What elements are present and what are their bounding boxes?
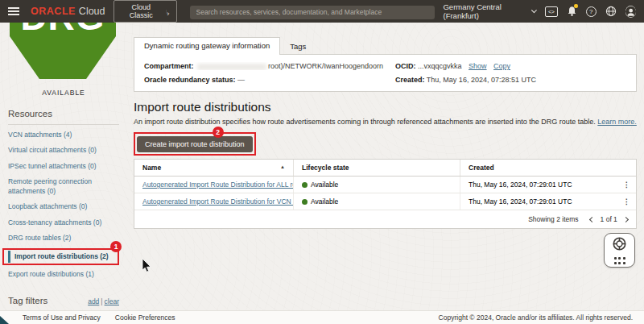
redundancy-field: Oracle redundancy status: — — [144, 76, 386, 84]
tag-filter-actions: add|clear — [88, 297, 119, 305]
column-header-created: Created — [460, 160, 615, 176]
status-available: AVAILABLE — [8, 89, 119, 97]
support-lifering-icon[interactable] — [612, 236, 627, 255]
drg-information-panel: Compartment: root)/NETWORK/IwanHoogendoo… — [134, 54, 637, 92]
copyright-text: Copyright © 2024, Oracle and/or its affi… — [439, 314, 633, 322]
annotation-badge-1: 1 — [110, 241, 122, 252]
page-next-icon[interactable] — [623, 216, 629, 222]
tag-clear-link[interactable]: clear — [105, 297, 119, 305]
lifecycle-state: Available — [311, 181, 338, 189]
notification-badge-dot — [574, 4, 578, 8]
mouse-cursor — [142, 259, 151, 276]
brand-oracle: ORACLE — [31, 6, 76, 17]
developer-tools-icon[interactable]: <> — [545, 6, 558, 17]
hamburger-menu-icon[interactable] — [8, 7, 19, 15]
cloud-classic-button[interactable]: Cloud Classic › — [114, 0, 177, 23]
page-body: DRG AVAILABLE Resources VCN attachments … — [0, 23, 644, 310]
terms-link[interactable]: Terms of Use and Privacy — [23, 314, 101, 322]
sidebar-item-remote-peering-attachments[interactable]: Remote peering connection attachments (0… — [8, 174, 119, 199]
redundancy-dash: — — [237, 76, 245, 84]
table-footer: Showing 2 items 1 of 1 — [134, 210, 636, 228]
cookie-preferences-link[interactable]: Cookie Preferences — [115, 314, 175, 322]
drg-icon-label: DRG — [10, 23, 116, 35]
tag-filters-heading: Tag filters — [8, 296, 47, 305]
search-bar — [190, 3, 436, 19]
ocid-copy-link[interactable]: Copy — [493, 62, 510, 70]
table-header-row: Name ▲ Lifecycle state Created — [134, 160, 636, 177]
compartment-field: Compartment: root)/NETWORK/IwanHoogendoo… — [144, 62, 386, 70]
floating-help-widget — [604, 233, 635, 268]
section-description: An import route distribution specifies h… — [134, 118, 637, 126]
row-actions-kebab-icon[interactable]: ⋮ — [615, 193, 636, 210]
tab-drg-information[interactable]: Dynamic routing gateway information — [134, 37, 280, 55]
sidebar-item-import-route-distributions[interactable]: Import route distributions (2) — [8, 252, 114, 261]
sidebar-item-ipsec-tunnel-attachments[interactable]: IPSec tunnel attachments (0) — [8, 159, 119, 174]
pagination: 1 of 1 — [590, 215, 628, 223]
table-row: Autogenerated Import Route Distribution … — [134, 193, 636, 210]
created-field: Created: Thu, May 16, 2024, 07:28:51 UTC — [395, 76, 626, 84]
ocid-field: OCID: ...vxqqcgvkka Show Copy — [395, 62, 626, 70]
created-timestamp: Thu, May 16, 2024, 07:29:01 UTC — [460, 177, 615, 193]
column-header-name[interactable]: Name ▲ — [134, 160, 293, 176]
resources-heading: Resources — [8, 109, 119, 118]
oracle-cloud-logo: ORACLE Cloud — [31, 6, 105, 17]
tag-filters-header: Tag filters add|clear — [8, 296, 119, 305]
search-input[interactable] — [190, 6, 436, 19]
notifications-bell-icon[interactable] — [567, 6, 577, 17]
top-navigation-bar: ORACLE Cloud Cloud Classic › Germany Cen… — [0, 0, 644, 23]
sidebar-item-drg-route-tables[interactable]: DRG route tables (2) — [8, 231, 119, 246]
ocid-show-link[interactable]: Show — [469, 62, 487, 70]
lifecycle-state: Available — [311, 197, 338, 206]
sidebar-item-export-route-distributions[interactable]: Export route distributions (1) — [8, 267, 119, 282]
apps-grid-icon[interactable] — [614, 257, 625, 264]
status-dot-green — [302, 182, 308, 188]
create-import-route-distribution-button[interactable]: Create import route distribution — [137, 136, 253, 152]
row-actions-kebab-icon[interactable]: ⋮ — [615, 177, 636, 193]
sort-asc-icon: ▲ — [280, 164, 285, 169]
import-route-distributions-table: Name ▲ Lifecycle state Created Autogener… — [134, 159, 637, 229]
drg-hexagon-icon: DRG — [10, 23, 116, 79]
page-previous-icon[interactable] — [589, 216, 595, 222]
sidebar-item-vcn-attachments[interactable]: VCN attachments (4) — [8, 127, 119, 143]
region-selector[interactable]: Germany Central (Frankfurt) — [443, 2, 535, 20]
language-globe-icon[interactable] — [605, 6, 617, 17]
row-link-all-routes[interactable]: Autogenerated Import Route Distribution … — [142, 181, 293, 189]
main-content: Dynamic routing gateway information Tags… — [127, 23, 644, 310]
table-row: Autogenerated Import Route Distribution … — [134, 177, 636, 193]
annotation-badge-2: 2 — [213, 127, 224, 138]
chevron-down-icon — [531, 7, 537, 13]
annotation-box-step2: Create import route distribution 2 — [134, 132, 256, 156]
redacted-compartment-prefix — [197, 64, 266, 70]
help-icon[interactable]: ? — [586, 6, 597, 17]
sidebar-item-cross-tenancy-attachments[interactable]: Cross-tenancy attachments (0) — [8, 215, 119, 231]
tag-add-link[interactable]: add — [88, 297, 99, 305]
chevron-right-icon: › — [166, 10, 170, 14]
resource-sidebar: DRG AVAILABLE Resources VCN attachments … — [0, 23, 127, 310]
divider — [8, 124, 119, 125]
sidebar-item-loopback-attachments[interactable]: Loopback attachments (0) — [8, 199, 119, 214]
sidebar-item-virtual-circuit-attachments[interactable]: Virtual circuit attachments (0) — [8, 143, 119, 158]
page-indicator: 1 of 1 — [601, 215, 617, 223]
status-dot-green — [302, 199, 308, 205]
learn-more-link[interactable]: Learn more. — [597, 118, 637, 126]
column-header-lifecycle-state: Lifecycle state — [293, 160, 460, 176]
items-summary: Showing 2 items — [528, 215, 578, 223]
page-title: Import route distributions — [134, 100, 637, 114]
topbar-right-cluster: Germany Central (Frankfurt) <> ? — [443, 2, 636, 20]
row-link-vcn-routes[interactable]: Autogenerated Import Route Distribution … — [142, 197, 293, 206]
oracle-cloud-console: ORACLE Cloud Cloud Classic › Germany Cen… — [0, 0, 644, 324]
page-footer: Terms of Use and Privacy Cookie Preferen… — [0, 310, 644, 324]
brand-cloud: Cloud — [79, 6, 105, 17]
annotation-box-step1: Import route distributions (2) 1 — [2, 248, 119, 265]
tab-tags[interactable]: Tags — [280, 39, 316, 54]
user-profile-avatar[interactable] — [625, 6, 636, 18]
detail-tabs: Dynamic routing gateway information Tags — [134, 37, 637, 54]
created-timestamp: Thu, May 16, 2024, 07:29:01 UTC — [460, 193, 615, 210]
